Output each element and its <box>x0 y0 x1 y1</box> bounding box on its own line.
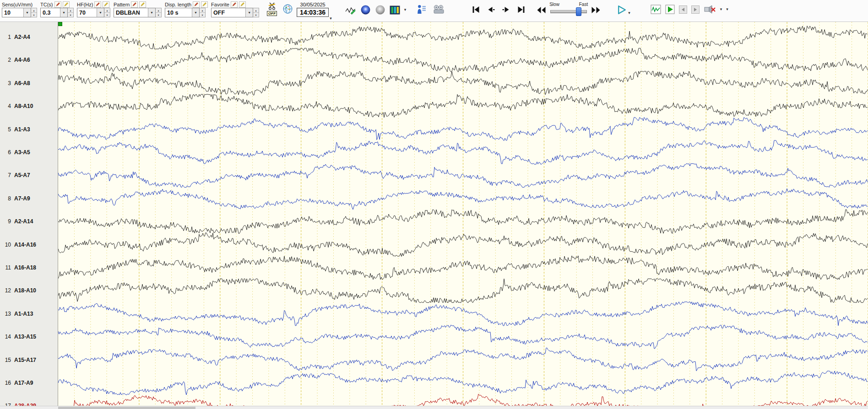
channel-row[interactable]: 3A6-A8 <box>0 79 58 87</box>
rewind-button[interactable] <box>536 5 547 15</box>
edit-icon[interactable] <box>193 1 200 8</box>
network-button[interactable] <box>282 4 293 16</box>
skip-end-button[interactable] <box>516 5 526 14</box>
rewind-icon <box>536 5 547 15</box>
channel-row[interactable]: 13A1-A13 <box>0 310 58 318</box>
audio-mute-button[interactable] <box>704 4 716 15</box>
channel-row[interactable]: 4A8-A10 <box>0 102 58 110</box>
channel-label: A1-A3 <box>14 126 30 133</box>
prune-off-badge: OFF <box>267 11 277 16</box>
video-button[interactable] <box>433 5 445 14</box>
channel-row[interactable]: 6A3-A5 <box>0 148 58 156</box>
combo-arrow-icon[interactable]: ▼ <box>245 8 253 17</box>
horizontal-scrollbar[interactable] <box>0 406 868 409</box>
channel-row[interactable]: 10A14-A16 <box>0 241 58 249</box>
time-menu-caret-icon[interactable]: ▾ <box>330 16 332 21</box>
prune-button[interactable]: OFF <box>267 2 277 16</box>
favorite-spinner[interactable]: ▴▾ <box>253 8 259 17</box>
edit-icon[interactable] <box>103 1 109 8</box>
edit-icon[interactable] <box>54 1 61 8</box>
page-left-button[interactable] <box>679 5 687 14</box>
channel-row[interactable]: 14A13-A15 <box>0 333 58 341</box>
channel-number: 5 <box>0 126 11 133</box>
play-button[interactable] <box>617 5 627 15</box>
edit-icon[interactable] <box>63 1 70 8</box>
trend-graph-button[interactable] <box>345 5 356 15</box>
speed-slider-track[interactable] <box>550 10 587 13</box>
edit-icon[interactable] <box>94 1 101 8</box>
gray-sphere-icon <box>375 5 385 15</box>
edit-icon[interactable] <box>131 1 138 8</box>
channel-row[interactable]: 15A15-A17 <box>0 356 58 364</box>
scrollbar-thumb[interactable] <box>58 407 195 409</box>
map-menu-caret-icon[interactable]: ▾ <box>404 8 407 12</box>
waveform-area[interactable] <box>58 22 868 406</box>
channel-label: A13-A15 <box>14 334 36 340</box>
channel-number: 14 <box>0 334 11 340</box>
brain-map-button[interactable] <box>360 5 371 15</box>
speed-slider[interactable]: Slow Fast <box>549 2 588 17</box>
sens-spinner[interactable]: ▴▾ <box>31 8 37 17</box>
channel-label: A17-A9 <box>14 380 33 386</box>
channel-row[interactable]: 9A2-A14 <box>0 217 58 226</box>
combo-arrow-icon[interactable]: ▼ <box>97 8 104 17</box>
toolbar-field-sens: Sens(uV/mm)10▼▴▾ <box>2 1 37 17</box>
channel-number: 13 <box>0 311 11 317</box>
combo-arrow-icon[interactable]: ▼ <box>192 8 199 17</box>
combo-arrow-icon[interactable]: ▼ <box>23 8 31 17</box>
channel-row[interactable]: 12A18-A10 <box>0 286 58 295</box>
wave-review-button[interactable] <box>651 5 661 14</box>
channel-row[interactable]: 7A5-A7 <box>0 171 58 179</box>
pattern-spinner[interactable]: ▴▾ <box>156 8 162 17</box>
disp-dropdown[interactable]: 10 s▼ <box>165 8 200 17</box>
tc-label: TC(s) <box>40 2 53 7</box>
fast-forward-button[interactable] <box>591 5 601 15</box>
sphere-map-button[interactable] <box>375 5 385 15</box>
disp-spinner[interactable]: ▴▾ <box>200 8 206 17</box>
review-play-button[interactable] <box>665 5 675 14</box>
patient-info-button[interactable] <box>416 4 427 15</box>
color-map-button[interactable] <box>390 5 400 15</box>
color-map-icon <box>390 5 400 15</box>
channel-label: A16-A18 <box>14 264 36 271</box>
tc-dropdown[interactable]: 0.3▼ <box>40 8 68 17</box>
edit-icon[interactable] <box>139 1 146 8</box>
edit-icon[interactable] <box>201 1 208 8</box>
channel-number: 8 <box>0 195 11 202</box>
favorite-dropdown[interactable]: OFF▼ <box>211 8 253 17</box>
combo-arrow-icon[interactable]: ▼ <box>60 8 67 17</box>
channel-number: 3 <box>0 80 11 86</box>
channel-label: A7-A9 <box>14 195 30 202</box>
step-forward-button[interactable] <box>501 5 511 14</box>
page-left-icon <box>681 7 685 12</box>
edit-icon[interactable] <box>231 1 238 8</box>
hf-label: HF(Hz) <box>77 2 93 7</box>
channel-row[interactable]: 16A17-A9 <box>0 379 58 387</box>
channel-label: A1-A13 <box>14 311 33 317</box>
play-menu-caret-icon[interactable]: ▾ <box>628 11 630 15</box>
step-back-button[interactable] <box>486 5 496 14</box>
channel-label: A5-A7 <box>14 172 30 178</box>
hf-spinner[interactable]: ▴▾ <box>104 8 110 17</box>
hf-dropdown[interactable]: 70▼ <box>77 8 104 17</box>
tool-menu-caret-icon[interactable]: ▾ <box>720 7 722 11</box>
channel-row[interactable]: 1A2-A4 <box>0 33 58 41</box>
channel-row[interactable]: 8A7-A9 <box>0 194 58 203</box>
tc-spinner[interactable]: ▴▾ <box>68 8 74 17</box>
skip-start-button[interactable] <box>471 5 481 14</box>
channel-row[interactable]: 2A4-A6 <box>0 56 58 64</box>
channel-row[interactable]: 5A1-A3 <box>0 125 58 134</box>
page-right-button[interactable] <box>691 5 700 14</box>
channel-label: A2-A4 <box>14 34 30 40</box>
combo-arrow-icon[interactable]: ▼ <box>148 8 155 17</box>
channel-row[interactable]: 11A16-A18 <box>0 264 58 272</box>
toolbar-field-pattern: PatternDBLBAN▼▴▾ <box>114 1 162 17</box>
sens-dropdown[interactable]: 10▼ <box>2 8 31 17</box>
edit-icon[interactable] <box>239 1 246 8</box>
channel-label: A3-A5 <box>14 149 30 156</box>
pattern-dropdown[interactable]: DBLBAN▼ <box>114 8 156 17</box>
toolbar: Sens(uV/mm)10▼▴▾TC(s)0.3▼▴▾HF(Hz)70▼▴▾Pa… <box>0 0 868 22</box>
speed-slider-handle[interactable] <box>576 7 581 16</box>
more-menu-caret-icon[interactable]: ▾ <box>726 7 728 11</box>
date-label: 30/05/2025 <box>300 2 326 7</box>
